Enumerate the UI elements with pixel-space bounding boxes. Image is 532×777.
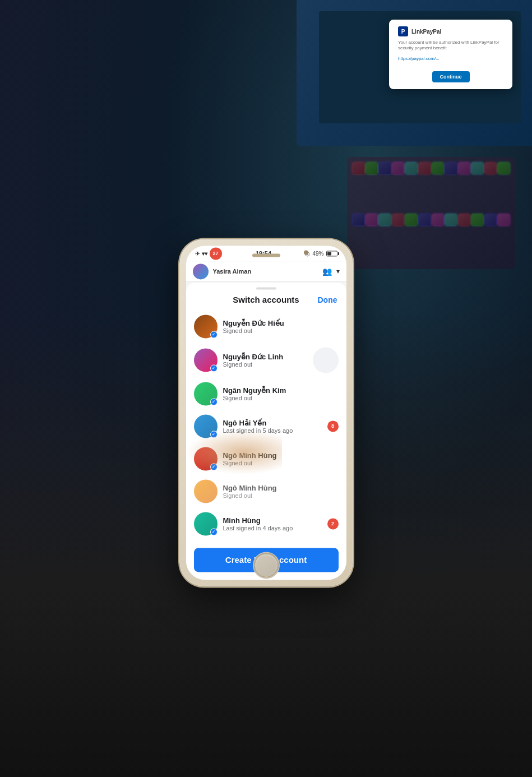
account-item[interactable]: Ngô Minh Hùng Signed out xyxy=(186,442,346,475)
verified-badge xyxy=(210,331,218,338)
verified-badge xyxy=(210,364,218,372)
key xyxy=(485,163,497,174)
notification-badge: 8 xyxy=(327,420,339,432)
account-name: Ngô Minh Hùng xyxy=(223,451,339,460)
key xyxy=(379,163,391,174)
account-name: Minh Hùng xyxy=(223,516,322,525)
account-name: Ngô Minh Hùng xyxy=(223,484,339,492)
wifi-icon: ▾▾ xyxy=(202,251,207,257)
key xyxy=(445,163,457,174)
avatar xyxy=(194,414,218,438)
key xyxy=(459,163,470,174)
airplane-mode-icon: ✈ xyxy=(195,251,200,257)
avatar xyxy=(194,348,218,372)
phone-camera xyxy=(304,250,308,255)
paypal-body-text: Your account will be authorized with Lin… xyxy=(398,40,503,52)
account-info: Nguyễn Đức Linh Signed out xyxy=(223,353,307,368)
battery-indicator xyxy=(326,251,337,256)
avatar xyxy=(194,479,218,503)
paypal-popup-header: P LinkPayPal xyxy=(398,26,503,36)
key xyxy=(485,214,497,225)
fb-header-strip: Yasira Aiman 👥 ▾ xyxy=(186,261,346,281)
avatar xyxy=(194,314,218,338)
account-list: Nguyễn Đức Hiếu Signed out Nguyễn Đức Li… xyxy=(186,310,346,542)
key xyxy=(471,163,483,174)
key xyxy=(353,214,364,225)
sheet-header: Switch accounts Done xyxy=(186,292,346,310)
fb-username: Yasira Aiman xyxy=(213,268,318,275)
key xyxy=(379,214,391,225)
avatar xyxy=(194,447,218,470)
account-item[interactable]: Minh Hùng Last signed in 4 days ago 2 xyxy=(186,507,346,540)
account-status: Last signed in 5 days ago xyxy=(223,427,322,434)
account-status: Signed out xyxy=(223,327,339,334)
chevron-down-icon[interactable]: ▾ xyxy=(336,267,340,275)
keyboard-background xyxy=(347,157,515,269)
phone-screen: ✈ ▾▾ 27 19:54 ◎ 49% Yasira Aiman xyxy=(186,246,346,580)
key xyxy=(419,214,431,225)
avatar xyxy=(194,382,218,405)
account-item[interactable]: Nguyễn Đức Linh Signed out xyxy=(186,343,346,377)
sheet-title: Switch accounts xyxy=(233,295,299,304)
battery-fill xyxy=(327,252,332,255)
notification-count: 27 xyxy=(210,247,222,260)
account-status: Signed out xyxy=(223,492,339,499)
key xyxy=(392,214,404,225)
friends-icon: 👥 xyxy=(322,267,332,276)
fb-icons: 👥 ▾ xyxy=(322,267,340,276)
key xyxy=(366,214,378,225)
account-status: Signed out xyxy=(223,361,307,368)
account-status: Last signed in 4 days ago xyxy=(223,525,322,531)
account-item[interactable]: Ngô Hải Yến Last signed in 5 days ago 8 xyxy=(186,410,346,442)
account-item[interactable]: Ngô Minh Hùng Signed out xyxy=(186,475,346,507)
paypal-icon: P xyxy=(398,26,408,36)
phone-speaker xyxy=(252,253,280,257)
status-left: ✈ ▾▾ 27 xyxy=(195,247,222,260)
paypal-continue-button[interactable]: Continue xyxy=(432,71,470,82)
key xyxy=(445,214,457,225)
done-button[interactable]: Done xyxy=(318,295,337,304)
notification-badge: 2 xyxy=(327,518,339,529)
account-info: Ngô Minh Hùng Signed out xyxy=(223,451,339,466)
home-button[interactable] xyxy=(254,553,279,577)
account-status: Signed out xyxy=(223,395,339,401)
verified-badge xyxy=(210,528,218,535)
account-name: Nguyễn Đức Hiếu xyxy=(223,319,339,327)
account-info: Ngân Nguyễn Kim Signed out xyxy=(223,386,339,401)
key xyxy=(419,163,431,174)
sheet-drag-handle xyxy=(256,287,276,289)
account-info: Minh Hùng Last signed in 4 days ago xyxy=(223,516,322,531)
key xyxy=(498,214,510,225)
paypal-link[interactable]: https://paypal.com/... xyxy=(398,56,503,61)
phone-device: ✈ ▾▾ 27 19:54 ◎ 49% Yasira Aiman xyxy=(179,239,353,586)
key xyxy=(432,214,444,225)
fb-avatar xyxy=(193,263,209,279)
account-info: Ngô Hải Yến Last signed in 5 days ago xyxy=(223,419,322,434)
account-item[interactable]: Ngô Sỵ Dũng Signed out xyxy=(186,540,346,542)
key xyxy=(392,163,404,174)
key xyxy=(432,163,444,174)
monitor-screen: P LinkPayPal Your account will be author… xyxy=(319,11,521,123)
battery-percent: 49% xyxy=(312,251,323,257)
paypal-popup[interactable]: P LinkPayPal Your account will be author… xyxy=(389,20,512,89)
verified-badge xyxy=(210,398,218,405)
account-name: Nguyễn Đức Linh xyxy=(223,353,307,361)
account-item[interactable]: Ngân Nguyễn Kim Signed out xyxy=(186,377,346,410)
avatar xyxy=(194,512,218,535)
status-right: ◎ 49% xyxy=(305,251,337,257)
account-name: Ngô Hải Yến xyxy=(223,419,322,427)
account-status: Signed out xyxy=(223,460,339,466)
verified-badge xyxy=(210,463,218,470)
phone-wrapper: ✈ ▾▾ 27 19:54 ◎ 49% Yasira Aiman xyxy=(179,239,353,586)
key xyxy=(405,214,417,225)
switch-account-button[interactable] xyxy=(313,347,339,373)
key xyxy=(498,163,510,174)
key xyxy=(366,163,378,174)
key xyxy=(405,163,417,174)
key xyxy=(459,214,470,225)
paypal-title: LinkPayPal xyxy=(411,29,441,35)
monitor: P LinkPayPal Your account will be author… xyxy=(297,0,532,146)
key xyxy=(353,163,364,174)
account-info: Nguyễn Đức Hiếu Signed out xyxy=(223,319,339,334)
account-item[interactable]: Nguyễn Đức Hiếu Signed out xyxy=(186,310,346,343)
